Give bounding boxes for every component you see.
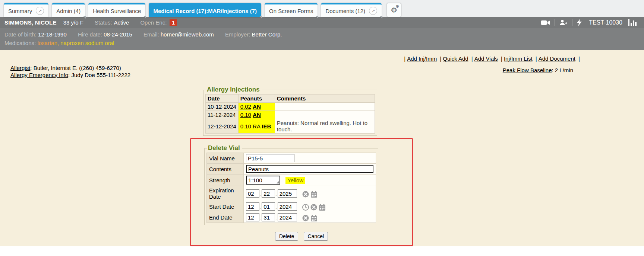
medication-separator: , (57, 40, 59, 46)
add-inj-imm-link[interactable]: Add Inj/Imm (407, 55, 437, 62)
reaction-code-link[interactable]: AN (253, 103, 261, 110)
expiration-day-input[interactable] (262, 189, 275, 198)
injection-comments (275, 103, 375, 111)
strength-label: Strength (207, 175, 244, 186)
settings-gear-button[interactable]: ⚙ ⚙ (386, 3, 401, 17)
link-separator: | (501, 55, 502, 62)
link-separator: | (440, 55, 441, 62)
injection-date: 11-12-2024 (206, 111, 239, 119)
calendar-icon[interactable] (310, 215, 318, 221)
clear-date-icon[interactable] (302, 215, 309, 221)
tab-admin[interactable]: Admin (4) (52, 3, 85, 17)
form-row-vial-name: Vial Name (207, 153, 376, 164)
dose-link[interactable]: 0.02 (240, 103, 251, 110)
delete-vial-form: Vial Name Contents Strength (206, 153, 376, 223)
inj-imm-list-link[interactable]: Inj/Imm List (504, 55, 533, 62)
expiration-month-input[interactable] (246, 189, 259, 198)
table-header-row: Date Peanuts Comments (206, 95, 375, 103)
cancel-button[interactable]: Cancel (304, 232, 328, 241)
form-row-strength: Strength Yellow (207, 175, 376, 186)
tab-medical-record[interactable]: Medical Record (17):MAR/Injections (7) (149, 3, 261, 17)
email-label: Email: (143, 31, 159, 38)
form-row-contents: Contents (207, 164, 376, 175)
patient-age-sex: 33 y/o F (63, 19, 83, 26)
allergist-line: Allergist: Butler, Internist E. ((260) 4… (10, 64, 130, 71)
hire-date-label: Hire date: (78, 31, 102, 38)
dose-link[interactable]: 0.10 (240, 123, 251, 129)
injection-date: 12-12-2024 (206, 119, 239, 134)
tab-health-surveillance-label: Health Surveillance (93, 8, 141, 14)
clear-date-icon[interactable] (310, 204, 317, 211)
allergist-link[interactable]: Allergist (10, 65, 30, 71)
right-column: |Add Inj/Imm |Quick Add |Add Vials |Inj/… (402, 55, 644, 79)
vial-name-input[interactable] (246, 154, 294, 162)
clock-icon[interactable] (302, 204, 309, 211)
start-day-input[interactable] (262, 202, 275, 211)
top-row: Allergist: Butler, Internist E. ((260) 4… (0, 55, 644, 79)
table-row: 11-12-2024 0.10 AN (206, 111, 375, 119)
date-separator: - (260, 192, 261, 198)
end-month-input[interactable] (246, 213, 259, 221)
reaction-code-link[interactable]: AN (253, 112, 261, 118)
vial-name-label: Vial Name (207, 153, 244, 164)
add-document-link[interactable]: Add Document (539, 55, 575, 62)
add-person-icon[interactable] (559, 19, 568, 26)
add-vials-link[interactable]: Add Vials (474, 55, 498, 62)
status-value: Active (114, 19, 129, 26)
popout-arrow-glyph: ↗ (371, 8, 375, 14)
injection-comments: Peanuts: Normal red swelling. Hot to tou… (275, 119, 375, 134)
tab-summary[interactable]: Summary ↗ (4, 3, 48, 17)
allergy-injections-section: Allergy Injections Date Peanuts Comments… (203, 86, 377, 136)
employer-label: Employer: (225, 31, 250, 38)
form-row-start-date: Start Date -- (207, 201, 376, 212)
start-month-input[interactable] (246, 202, 259, 211)
medication-losartan-link[interactable]: losartan (37, 40, 57, 46)
peanuts-column-link[interactable]: Peanuts (240, 95, 262, 102)
popout-icon[interactable]: ↗ (369, 7, 377, 15)
resize-grip[interactable] (277, 181, 279, 183)
allergy-injections-title: Allergy Injections (206, 86, 262, 93)
video-camera-icon[interactable] (541, 20, 550, 26)
status-label: Status: (95, 19, 112, 26)
injection-date: 10-12-2024 (206, 103, 239, 111)
highlight-annotation-box: Delete Vial Vial Name Contents Strength (190, 138, 413, 246)
date-separator: - (260, 216, 261, 221)
peak-flow-baseline-link[interactable]: Peak Flow Baseline (503, 67, 552, 73)
medication-naproxen-link[interactable]: naproxen sodium oral (60, 40, 114, 46)
contents-label: Contents (207, 164, 244, 175)
calendar-icon[interactable] (319, 204, 326, 211)
demographics-line: Date of birth: 12-18-1990 Hire date: 08-… (4, 30, 638, 39)
end-year-input[interactable] (278, 213, 297, 221)
tab-health-surveillance[interactable]: Health Surveillance (88, 3, 145, 17)
expiration-year-input[interactable] (278, 189, 297, 198)
tab-documents[interactable]: Documents (12) ↗ (321, 3, 382, 17)
lightning-bolt-icon[interactable] (577, 19, 582, 26)
col-header-date: Date (206, 95, 239, 103)
end-day-input[interactable] (262, 213, 275, 221)
employer-value: Better Corp. (252, 31, 282, 38)
quick-add-link[interactable]: Quick Add (443, 55, 468, 62)
allergy-emergency-link[interactable]: Allergy Emergency Info (10, 72, 68, 78)
reaction-code-plain: RA (253, 123, 260, 129)
open-enc-badge[interactable]: 1 (170, 19, 177, 26)
injection-dose-cell: 0.02 AN (238, 103, 275, 111)
tab-on-screen-forms[interactable]: On Screen Forms (265, 3, 318, 17)
popout-icon[interactable]: ↗ (36, 7, 44, 15)
strength-input[interactable] (246, 176, 280, 185)
injection-dose-cell: 0.10 RA IEB (238, 119, 275, 134)
date-separator: - (275, 205, 277, 211)
dose-link[interactable]: 0.10 (240, 112, 251, 118)
col-header-peanuts[interactable]: Peanuts (238, 95, 275, 103)
start-year-input[interactable] (278, 202, 297, 211)
hire-date-value: 08-24-2015 (104, 31, 132, 38)
reaction-code-link[interactable]: IEB (262, 123, 271, 129)
gear-small-icon: ⚙ (395, 4, 399, 9)
contents-input[interactable] (246, 165, 373, 173)
delete-vial-section: Delete Vial Vial Name Contents Strength (204, 144, 378, 225)
calendar-icon[interactable] (310, 191, 318, 198)
bar-chart-icon[interactable] (628, 19, 638, 26)
clear-date-icon[interactable] (302, 191, 309, 198)
tab-medical-record-label: Medical Record (17):MAR/Injections (7) (153, 8, 257, 14)
delete-button[interactable]: Delete (275, 232, 298, 241)
medications-line: Medications: losartan, naproxen sodium o… (4, 39, 638, 47)
